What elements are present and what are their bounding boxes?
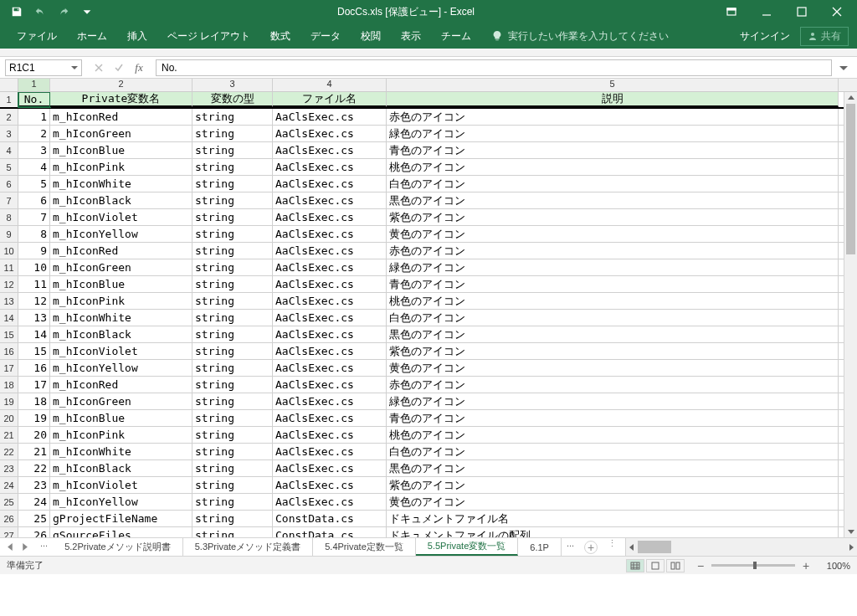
tab-data[interactable]: データ	[300, 23, 351, 49]
cell-desc[interactable]: 白色のアイコン	[387, 444, 839, 459]
row-header[interactable]: 25	[0, 494, 18, 510]
cell-no[interactable]: 19	[18, 410, 50, 426]
formula-input[interactable]: No.	[156, 59, 832, 76]
cell-type[interactable]: string	[192, 243, 273, 259]
cell-varname[interactable]: m_hIconYellow	[50, 360, 192, 376]
cell-file[interactable]: ConstData.cs	[273, 511, 387, 526]
cell-no[interactable]: 24	[18, 494, 50, 510]
row-header[interactable]: 11	[0, 259, 18, 275]
cell-no[interactable]: 13	[18, 310, 50, 326]
cell-file[interactable]: AaClsExec.cs	[273, 276, 387, 292]
cell-header-desc[interactable]: 説明	[387, 92, 839, 107]
cell-header-type[interactable]: 変数の型	[192, 92, 273, 107]
cell-header-no[interactable]: No.	[18, 92, 50, 107]
name-box[interactable]: R1C1	[5, 59, 82, 76]
scroll-right-arrow[interactable]	[845, 538, 857, 556]
cell-no[interactable]: 21	[18, 444, 50, 459]
cell-type[interactable]: string	[192, 142, 273, 158]
cell-varname[interactable]: m_hIconWhite	[50, 444, 192, 459]
qat-customize-icon[interactable]	[77, 2, 97, 22]
share-button[interactable]: 共有	[800, 27, 849, 46]
col-header-5[interactable]: 5	[387, 79, 839, 91]
cell-varname[interactable]: m_hIconRed	[50, 377, 192, 393]
cell-no[interactable]: 6	[18, 192, 50, 208]
cell-no[interactable]: 22	[18, 460, 50, 476]
undo-button[interactable]	[30, 2, 50, 22]
cell-file[interactable]: AaClsExec.cs	[273, 142, 387, 158]
cell-desc[interactable]: 赤色のアイコン	[387, 243, 839, 259]
page-break-view-button[interactable]	[666, 559, 685, 572]
col-header-3[interactable]: 3	[192, 79, 273, 91]
cell-desc[interactable]: 青色のアイコン	[387, 276, 839, 292]
cell-no[interactable]: 20	[18, 427, 50, 443]
cell-type[interactable]: string	[192, 393, 273, 409]
cell-file[interactable]: AaClsExec.cs	[273, 410, 387, 426]
sheet-overflow-left[interactable]: ...	[35, 538, 53, 556]
cell-file[interactable]: AaClsExec.cs	[273, 192, 387, 208]
ribbon-display-button[interactable]	[715, 2, 748, 22]
row-header[interactable]: 8	[0, 209, 18, 225]
cell-no[interactable]: 10	[18, 259, 50, 275]
cell-varname[interactable]: m_hIconBlue	[50, 276, 192, 292]
cell-varname[interactable]: m_hIconPink	[50, 293, 192, 309]
cell-file[interactable]: AaClsExec.cs	[273, 393, 387, 409]
cell-desc[interactable]: 紫色のアイコン	[387, 209, 839, 225]
tab-team[interactable]: チーム	[431, 23, 481, 49]
row-header[interactable]: 20	[0, 410, 18, 426]
cell-no[interactable]: 23	[18, 477, 50, 493]
tab-insert[interactable]: 挿入	[117, 23, 157, 49]
cell-no[interactable]: 8	[18, 226, 50, 242]
cell-no[interactable]: 9	[18, 243, 50, 259]
cell-varname[interactable]: m_hIconRed	[50, 243, 192, 259]
row-header[interactable]: 10	[0, 243, 18, 259]
cell-file[interactable]: AaClsExec.cs	[273, 243, 387, 259]
cell-file[interactable]: AaClsExec.cs	[273, 477, 387, 493]
signin-link[interactable]: サインイン	[740, 29, 790, 44]
row-header[interactable]: 22	[0, 444, 18, 459]
horizontal-scrollbar[interactable]	[625, 538, 857, 556]
cell-no[interactable]: 5	[18, 176, 50, 192]
close-button[interactable]	[820, 2, 854, 22]
cell-file[interactable]: AaClsExec.cs	[273, 109, 387, 125]
row-header[interactable]: 6	[0, 176, 18, 192]
row-header[interactable]: 26	[0, 511, 18, 526]
sheet-tab[interactable]: 6.1P	[518, 538, 562, 556]
cell-no[interactable]: 16	[18, 360, 50, 376]
cell-type[interactable]: string	[192, 444, 273, 459]
minimize-button[interactable]	[750, 2, 783, 22]
cell-file[interactable]: AaClsExec.cs	[273, 343, 387, 359]
cell-file[interactable]: AaClsExec.cs	[273, 259, 387, 275]
sheet-tab[interactable]: 5.4Private定数一覧	[313, 538, 416, 556]
scroll-thumb[interactable]	[846, 104, 855, 254]
nav-next-icon[interactable]	[21, 543, 28, 551]
cell-varname[interactable]: m_hIconGreen	[50, 259, 192, 275]
tab-page-layout[interactable]: ページ レイアウト	[157, 23, 260, 49]
tab-view[interactable]: 表示	[391, 23, 431, 49]
cell-varname[interactable]: m_hIconBlack	[50, 460, 192, 476]
cell-desc[interactable]: 青色のアイコン	[387, 410, 839, 426]
cell-no[interactable]: 11	[18, 276, 50, 292]
scroll-up-arrow[interactable]	[844, 92, 857, 104]
zoom-slider[interactable]	[711, 564, 795, 567]
cell-type[interactable]: string	[192, 527, 273, 537]
cell-varname[interactable]: m_hIconViolet	[50, 343, 192, 359]
cell-desc[interactable]: 紫色のアイコン	[387, 343, 839, 359]
cell-varname[interactable]: m_hIconRed	[50, 109, 192, 125]
cell-type[interactable]: string	[192, 511, 273, 526]
cell-type[interactable]: string	[192, 377, 273, 393]
cell-type[interactable]: string	[192, 293, 273, 309]
cell-desc[interactable]: 紫色のアイコン	[387, 477, 839, 493]
row-header[interactable]: 23	[0, 460, 18, 476]
col-header-4[interactable]: 4	[273, 79, 387, 91]
cell-varname[interactable]: m_hIconViolet	[50, 209, 192, 225]
cell-varname[interactable]: gSourceFiles	[50, 527, 192, 537]
row-header[interactable]: 5	[0, 159, 18, 175]
cell-desc[interactable]: 緑色のアイコン	[387, 126, 839, 141]
cell-desc[interactable]: 桃色のアイコン	[387, 427, 839, 443]
cell-desc[interactable]: 緑色のアイコン	[387, 393, 839, 409]
sheet-nav[interactable]	[0, 538, 35, 556]
cell-varname[interactable]: gProjectFileName	[50, 511, 192, 526]
row-header[interactable]: 9	[0, 226, 18, 242]
row-header[interactable]: 3	[0, 126, 18, 141]
cell-no[interactable]: 15	[18, 343, 50, 359]
